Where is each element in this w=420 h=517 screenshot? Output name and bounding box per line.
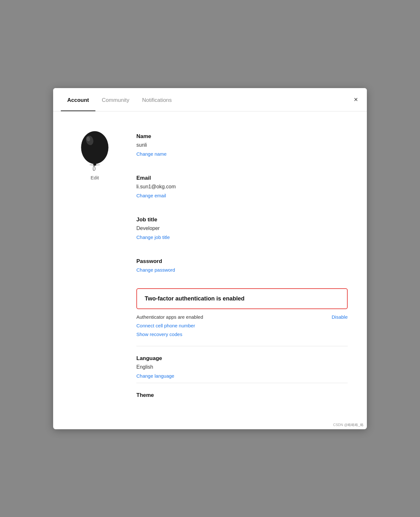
svg-point-0 [81,131,108,164]
tab-notifications[interactable]: Notifications [136,88,178,111]
avatar-balloon [77,129,112,171]
theme-label: Theme [136,392,348,398]
language-label: Language [136,355,348,362]
name-section: Name sunli Change name [136,124,348,166]
change-password-link[interactable]: Change password [136,267,175,273]
name-value: sunli [136,142,348,148]
tab-community[interactable]: Community [95,88,136,111]
job-title-label: Job title [136,217,348,223]
job-title-section: Job title Developer Change job title [136,208,348,249]
twofa-content: Authenticator apps are enabled Disable C… [136,310,348,337]
info-column: Name sunli Change name Email li.sun1@okg… [136,124,348,416]
twofa-title: Two-factor authentication is enabled [145,295,339,302]
close-button[interactable]: × [352,95,359,104]
avatar-edit-label[interactable]: Edit [91,175,99,180]
change-language-link[interactable]: Change language [136,373,174,379]
main-content: Edit Name sunli Change name Email li.sun… [53,111,367,429]
settings-modal: Account Community Notifications × [53,88,367,429]
divider-1 [136,346,348,346]
change-email-link[interactable]: Change email [136,193,166,198]
twofa-box: Two-factor authentication is enabled [136,288,348,309]
divider-2 [136,383,348,383]
avatar-column: Edit [72,124,117,416]
email-value: li.sun1@okg.com [136,184,348,190]
change-job-title-link[interactable]: Change job title [136,234,170,240]
twofa-status-text: Authenticator apps are enabled [136,314,203,320]
change-name-link[interactable]: Change name [136,151,166,157]
avatar-container[interactable] [72,127,117,172]
email-label: Email [136,175,348,181]
name-label: Name [136,133,348,140]
connect-phone-link[interactable]: Connect cell phone number [136,323,348,328]
svg-point-4 [89,163,100,166]
tab-header: Account Community Notifications × [53,88,367,111]
twofa-links: Connect cell phone number Show recovery … [136,323,348,337]
show-recovery-codes-link[interactable]: Show recovery codes [136,332,348,337]
job-title-value: Developer [136,226,348,231]
theme-section: Theme [136,384,348,404]
language-value: English [136,364,348,370]
password-label: Password [136,258,348,265]
password-section: Password Change password [136,249,348,282]
tab-account[interactable]: Account [61,88,95,111]
email-section: Email li.sun1@okg.com Change email [136,166,348,208]
twofa-status-row: Authenticator apps are enabled Disable [136,314,348,320]
language-section: Language English Change language [136,348,348,382]
disable-twofa-link[interactable]: Disable [332,314,348,320]
twofa-section: Two-factor authentication is enabled Aut… [136,282,348,345]
